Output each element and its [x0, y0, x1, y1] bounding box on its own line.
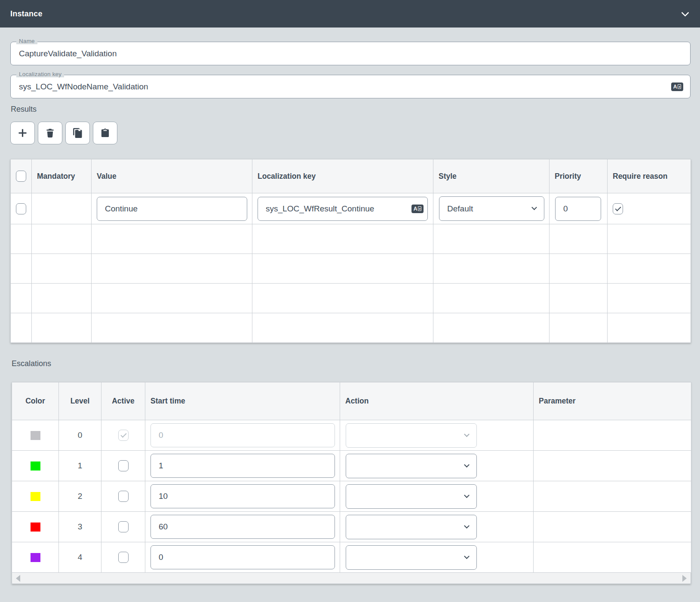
- column-header-level: Level: [59, 382, 101, 420]
- column-header-value: Value: [92, 159, 252, 193]
- column-header-style: Style: [433, 159, 550, 193]
- escalations-header-row: Color Level Active Start time Action Par…: [12, 382, 691, 420]
- results-toolbar: [10, 122, 691, 144]
- horizontal-scrollbar[interactable]: [12, 573, 691, 584]
- instance-panel-header: Instance: [0, 0, 700, 28]
- results-section-label: Results: [11, 105, 691, 114]
- result-localization-key-input[interactable]: [258, 197, 428, 221]
- trash-icon: [45, 128, 55, 138]
- parameter-cell: [534, 451, 691, 481]
- start-time-input[interactable]: [150, 484, 335, 508]
- translate-icon[interactable]: Az: [411, 205, 424, 213]
- escalation-row-0: 0: [12, 420, 691, 451]
- translate-icon[interactable]: Az: [671, 83, 683, 91]
- style-select[interactable]: Default: [439, 196, 544, 221]
- empty-result-row: [11, 254, 691, 284]
- require-reason-checkbox[interactable]: [613, 203, 623, 214]
- parameter-cell: [534, 512, 691, 542]
- copy-icon: [72, 128, 83, 138]
- row-select-checkbox[interactable]: [16, 203, 26, 214]
- empty-result-row: [11, 313, 691, 343]
- localization-key-field[interactable]: Localization key sys_LOC_WfNodeName_Vali…: [10, 75, 691, 98]
- collapse-chevron-icon[interactable]: [681, 9, 689, 16]
- name-field-label: Name: [16, 38, 37, 44]
- column-header-require-reason: Require reason: [608, 159, 691, 193]
- action-select[interactable]: [346, 484, 477, 509]
- active-checkbox[interactable]: [118, 491, 129, 502]
- add-result-button[interactable]: [10, 122, 35, 144]
- level-value: 0: [78, 431, 83, 440]
- column-header-priority: Priority: [550, 159, 608, 193]
- escalations-table: Color Level Active Start time Action Par…: [12, 382, 691, 573]
- column-header-mandatory: Mandatory: [32, 159, 92, 193]
- parameter-cell: [534, 542, 691, 573]
- column-header-color: Color: [12, 382, 59, 420]
- active-checkbox[interactable]: [118, 552, 129, 563]
- select-all-header-cell: [11, 159, 32, 193]
- chevron-down-icon: [464, 492, 470, 498]
- start-time-input[interactable]: [150, 454, 335, 478]
- active-checkbox[interactable]: [118, 521, 129, 532]
- name-field-value: CaptureValidate_Validation: [19, 49, 117, 58]
- action-select[interactable]: [346, 515, 477, 539]
- priority-input[interactable]: [555, 197, 601, 221]
- column-header-localization-key: Localization key: [252, 159, 433, 193]
- action-select: [346, 423, 477, 448]
- escalation-row-4: 4: [12, 542, 691, 573]
- level-value: 3: [78, 522, 83, 531]
- level-value: 4: [78, 553, 83, 562]
- chevron-down-icon: [464, 523, 470, 529]
- panel-title: Instance: [10, 9, 43, 18]
- level-value: 1: [78, 461, 83, 470]
- chevron-down-icon: [464, 431, 470, 437]
- mandatory-cell: [32, 193, 92, 224]
- plus-icon: [17, 127, 28, 139]
- active-checkbox[interactable]: [118, 460, 129, 471]
- escalation-row-2: 2: [12, 481, 691, 512]
- escalations-table-container: Color Level Active Start time Action Par…: [12, 382, 691, 584]
- scroll-left-arrow-icon[interactable]: [16, 575, 20, 582]
- localization-key-field-value: sys_LOC_WfNodeName_Validation: [19, 82, 148, 92]
- escalations-section-label: Escalations: [12, 359, 691, 368]
- parameter-cell: [534, 420, 691, 451]
- delete-result-button[interactable]: [38, 122, 62, 144]
- select-all-checkbox[interactable]: [16, 171, 26, 182]
- escalation-row-1: 1: [12, 451, 691, 481]
- copy-result-button[interactable]: [65, 122, 90, 144]
- clipboard-icon: [100, 128, 110, 138]
- chevron-down-icon: [531, 205, 537, 210]
- color-swatch[interactable]: [31, 431, 40, 440]
- column-header-action: Action: [340, 382, 534, 420]
- paste-result-button[interactable]: [93, 122, 117, 144]
- column-header-start-time: Start time: [145, 382, 340, 420]
- start-time-input[interactable]: [150, 515, 335, 539]
- style-select-value: Default: [447, 204, 473, 214]
- localization-key-field-label: Localization key: [16, 71, 64, 77]
- escalation-row-3: 3: [12, 512, 691, 542]
- empty-result-row: [11, 224, 691, 254]
- column-header-active: Active: [101, 382, 145, 420]
- empty-result-row: [11, 284, 691, 313]
- action-select[interactable]: [346, 454, 477, 478]
- result-value-input[interactable]: [97, 197, 247, 221]
- active-checkbox: [118, 430, 129, 441]
- chevron-down-icon: [464, 462, 470, 468]
- color-swatch[interactable]: [31, 461, 40, 471]
- name-field[interactable]: Name CaptureValidate_Validation: [10, 42, 691, 65]
- start-time-input: [150, 423, 335, 447]
- chevron-down-icon: [464, 553, 470, 559]
- result-row: Az Default: [11, 193, 691, 224]
- parameter-cell: [534, 481, 691, 512]
- color-swatch[interactable]: [31, 492, 40, 501]
- scroll-right-arrow-icon[interactable]: [682, 575, 687, 582]
- column-header-parameter: Parameter: [534, 382, 691, 420]
- start-time-input[interactable]: [150, 545, 335, 569]
- level-value: 2: [78, 492, 83, 501]
- results-header-row: Mandatory Value Localization key Style P…: [11, 159, 691, 193]
- results-table: Mandatory Value Localization key Style P…: [10, 159, 691, 343]
- color-swatch[interactable]: [31, 523, 40, 532]
- color-swatch[interactable]: [31, 553, 40, 562]
- action-select[interactable]: [346, 545, 477, 570]
